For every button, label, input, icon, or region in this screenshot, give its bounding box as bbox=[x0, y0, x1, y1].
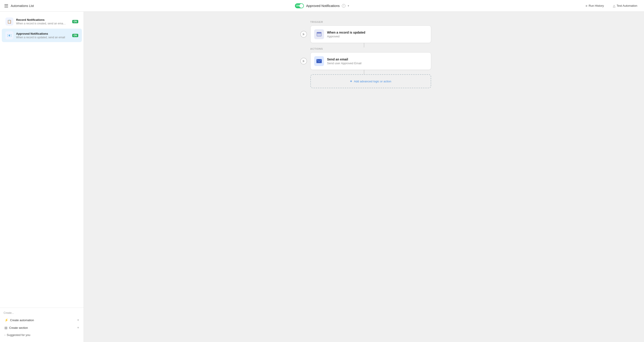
record-notifications-desc: When a record is created, send an ema… bbox=[16, 22, 70, 25]
header-right: ≡ Run History △ Test Automation bbox=[583, 3, 640, 9]
trigger-connector bbox=[297, 31, 310, 38]
chevron-down-icon[interactable]: ▾ bbox=[348, 4, 349, 8]
test-automation-button[interactable]: △ Test Automation bbox=[611, 3, 640, 9]
trigger-label: TRIGGER bbox=[310, 21, 323, 23]
record-table-icon bbox=[316, 32, 322, 37]
trigger-card-content: When a record is updated Approved bbox=[327, 31, 427, 38]
run-history-icon: ≡ bbox=[586, 4, 587, 8]
approved-notifications-desc: When a record is updated, send an email bbox=[16, 36, 70, 39]
test-automation-icon: △ bbox=[613, 4, 616, 8]
info-icon[interactable]: i bbox=[342, 4, 346, 8]
suggested-row[interactable]: › Suggested for you bbox=[4, 331, 80, 338]
create-label: Create... bbox=[4, 311, 80, 314]
action-play-icon bbox=[303, 60, 305, 63]
automation-name: Approved Notifications bbox=[306, 4, 340, 8]
trigger-card-icon bbox=[314, 29, 324, 39]
action-card[interactable]: Send an email Send user Approved Email bbox=[310, 52, 431, 70]
record-notifications-content: Record Notifications When a record is cr… bbox=[16, 18, 70, 25]
sidebar-item-approved-notifications[interactable]: 📧 Approved Notifications When a record i… bbox=[2, 29, 82, 42]
sidebar-footer: Create... ⚡ Create automation + ▤ Create… bbox=[0, 307, 84, 342]
trigger-play-icon bbox=[303, 33, 305, 36]
trigger-row: When a record is updated Approved bbox=[297, 26, 431, 43]
approved-notifications-icon: 📧 bbox=[5, 31, 14, 39]
add-logic-row: + Add advanced logic or action bbox=[297, 74, 431, 88]
create-section-row[interactable]: ▤ Create section + bbox=[4, 324, 80, 331]
approved-notifications-content: Approved Notifications When a record is … bbox=[16, 32, 70, 39]
action-play-button[interactable] bbox=[300, 58, 307, 65]
create-automation-label: Create automation bbox=[10, 318, 34, 322]
chevron-right-icon: › bbox=[4, 333, 5, 337]
action-row: Send an email Send user Approved Email bbox=[297, 52, 431, 70]
create-automation-left: ⚡ Create automation bbox=[4, 318, 34, 322]
add-logic-label: Add advanced logic or action bbox=[354, 80, 391, 83]
action-card-icon bbox=[314, 56, 324, 66]
run-history-button[interactable]: ≡ Run History bbox=[583, 3, 606, 9]
trigger-card[interactable]: When a record is updated Approved bbox=[310, 26, 431, 43]
add-logic-card[interactable]: + Add advanced logic or action bbox=[310, 74, 431, 88]
menu-icon[interactable] bbox=[4, 4, 8, 8]
approved-notifications-badge: ON bbox=[72, 34, 78, 37]
flow-container: TRIGGER bbox=[297, 21, 431, 88]
action-card-title: Send an email bbox=[327, 58, 427, 61]
header: Automations List ON Approved Notificatio… bbox=[0, 0, 644, 12]
create-section-plus-icon: + bbox=[77, 326, 79, 330]
trigger-card-subtitle: Approved bbox=[327, 35, 427, 38]
create-section-left: ▤ Create section bbox=[4, 326, 28, 329]
sidebar: 📋 Record Notifications When a record is … bbox=[0, 12, 84, 342]
email-envelope-icon bbox=[316, 58, 322, 64]
create-section-label: Create section bbox=[9, 326, 28, 329]
create-section-icon: ▤ bbox=[4, 326, 8, 329]
svg-rect-1 bbox=[317, 32, 321, 34]
record-notifications-icon: 📋 bbox=[5, 18, 14, 26]
header-center: ON Approved Notifications i ▾ bbox=[295, 3, 349, 8]
trigger-card-title: When a record is updated bbox=[327, 31, 427, 34]
sidebar-items: 📋 Record Notifications When a record is … bbox=[0, 12, 84, 307]
action-connector bbox=[297, 58, 310, 65]
approved-icon: 📧 bbox=[7, 33, 12, 38]
action-card-subtitle: Send user Approved Email bbox=[327, 62, 427, 65]
toggle-knob bbox=[300, 4, 304, 8]
test-automation-label: Test Automation bbox=[617, 4, 638, 8]
run-history-label: Run History bbox=[589, 4, 604, 8]
sidebar-item-record-notifications[interactable]: 📋 Record Notifications When a record is … bbox=[2, 15, 82, 28]
record-icon: 📋 bbox=[7, 20, 12, 24]
record-notifications-badge: ON bbox=[72, 20, 78, 23]
actions-label: ACTIONS bbox=[310, 48, 323, 50]
approved-notifications-name: Approved Notifications bbox=[16, 32, 70, 35]
header-left: Automations List bbox=[4, 4, 34, 8]
canvas: TRIGGER bbox=[84, 12, 644, 342]
main-layout: 📋 Record Notifications When a record is … bbox=[0, 12, 644, 342]
create-automation-plus-icon: + bbox=[77, 318, 79, 322]
add-logic-plus-icon: + bbox=[350, 79, 352, 83]
toggle-label: ON bbox=[296, 5, 300, 7]
action-card-content: Send an email Send user Approved Email bbox=[327, 58, 427, 65]
create-automation-icon: ⚡ bbox=[4, 318, 8, 322]
trigger-play-button[interactable] bbox=[300, 31, 307, 38]
automations-list-title: Automations List bbox=[11, 4, 34, 8]
create-automation-row[interactable]: ⚡ Create automation + bbox=[4, 316, 80, 324]
record-notifications-name: Record Notifications bbox=[16, 18, 70, 22]
suggested-label: Suggested for you bbox=[7, 333, 30, 337]
automation-toggle[interactable]: ON bbox=[295, 3, 304, 8]
